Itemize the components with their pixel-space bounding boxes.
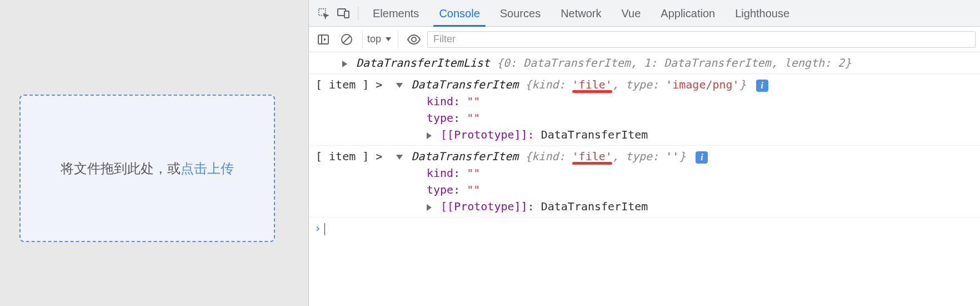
- expand-icon[interactable]: [342, 61, 347, 67]
- object-class: DataTransferItemList: [356, 56, 490, 70]
- chevron-down-icon: [386, 37, 391, 41]
- log-entry: [ item ] > DataTransferItem {kind: 'file…: [309, 146, 980, 218]
- tab-elements[interactable]: Elements: [363, 0, 429, 27]
- separator: [358, 7, 358, 20]
- toggle-sidebar-icon[interactable]: [313, 29, 333, 50]
- upload-text: 将文件拖到此处，或: [61, 160, 181, 177]
- tab-vue[interactable]: Vue: [612, 0, 651, 27]
- info-icon[interactable]: i: [756, 80, 768, 92]
- info-icon[interactable]: i: [696, 151, 708, 164]
- tab-lighthouse[interactable]: Lighthouse: [725, 0, 799, 27]
- console-toolbar: top: [309, 27, 980, 52]
- property-row: kind: "": [316, 165, 976, 181]
- type-value: 'image/png': [666, 78, 739, 91]
- cursor: [324, 223, 325, 235]
- log-entry[interactable]: DataTransferItemList {0: DataTransferIte…: [309, 52, 980, 74]
- page-preview: 将文件拖到此处，或 点击上传: [0, 0, 308, 306]
- inspect-icon[interactable]: [313, 3, 333, 23]
- context-selector[interactable]: top: [362, 31, 398, 48]
- devtools-tabs-row: Elements Console Sources Network Vue App…: [309, 0, 980, 27]
- device-toolbar-icon[interactable]: [333, 3, 353, 23]
- tab-sources[interactable]: Sources: [490, 0, 551, 27]
- object-class: DataTransferItem: [412, 78, 519, 91]
- property-row: type: "": [316, 181, 976, 198]
- clear-console-icon[interactable]: [337, 29, 357, 50]
- svg-rect-2: [344, 11, 349, 18]
- property-row: type: "": [316, 110, 976, 126]
- context-label: top: [367, 33, 381, 45]
- log-prefix: [ item ] >: [316, 78, 382, 91]
- property-row: kind: "": [316, 93, 976, 110]
- log-entry: [ item ] > DataTransferItem {kind: 'file…: [309, 74, 980, 146]
- svg-rect-3: [318, 35, 328, 44]
- devtools-panel: Elements Console Sources Network Vue App…: [308, 0, 980, 306]
- upload-link[interactable]: 点击上传: [181, 160, 234, 177]
- filter-input[interactable]: [427, 31, 976, 48]
- tab-network[interactable]: Network: [551, 0, 611, 27]
- log-prefix: [ item ] >: [316, 150, 382, 163]
- upload-dropzone[interactable]: 将文件拖到此处，或 点击上传: [19, 95, 275, 242]
- expand-icon[interactable]: [427, 132, 432, 139]
- svg-line-6: [343, 36, 350, 43]
- console-output: DataTransferItemList {0: DataTransferIte…: [309, 52, 980, 306]
- svg-point-7: [412, 37, 416, 42]
- object-class: DataTransferItem: [412, 150, 519, 163]
- type-value: '': [666, 150, 679, 163]
- prototype-row[interactable]: [[Prototype]]: DataTransferItem: [316, 126, 976, 143]
- collapse-icon[interactable]: [396, 83, 403, 88]
- eye-icon[interactable]: [404, 29, 424, 50]
- prototype-row[interactable]: [[Prototype]]: DataTransferItem: [316, 198, 976, 215]
- console-prompt[interactable]: ›: [309, 218, 980, 239]
- devtools-tabs: Elements Console Sources Network Vue App…: [363, 0, 799, 27]
- tab-console[interactable]: Console: [429, 0, 489, 27]
- tab-application[interactable]: Application: [651, 0, 725, 27]
- kind-value: 'file': [572, 78, 612, 91]
- expand-icon[interactable]: [427, 204, 432, 211]
- collapse-icon[interactable]: [396, 155, 403, 160]
- kind-value: 'file': [572, 150, 612, 163]
